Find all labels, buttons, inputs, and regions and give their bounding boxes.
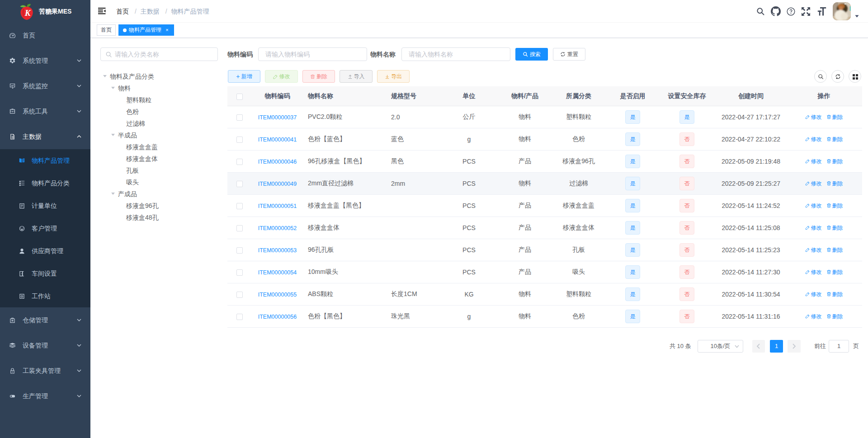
svg-text:K: K xyxy=(24,8,31,18)
